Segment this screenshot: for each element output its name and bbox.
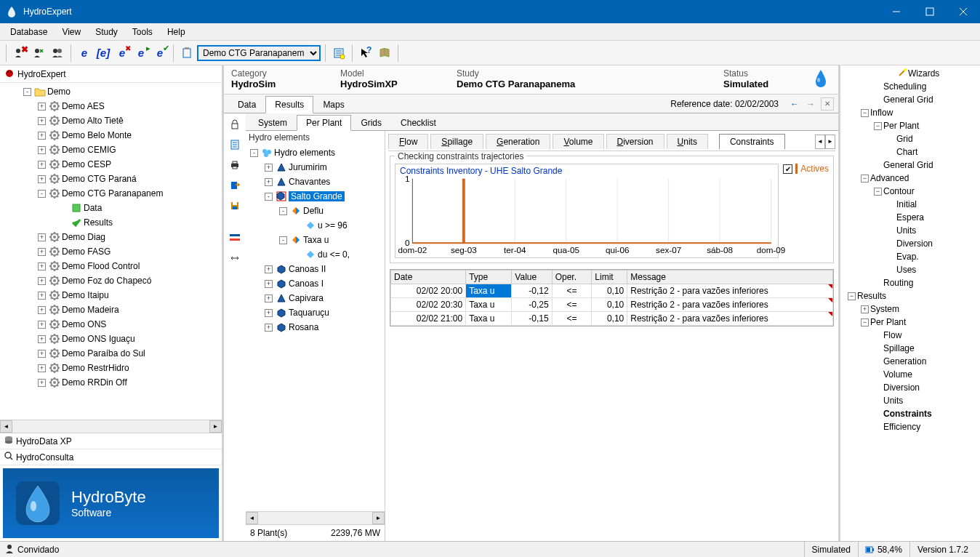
plant-tree-item[interactable]: du <= 0, xyxy=(247,247,383,262)
tab-data[interactable]: Data xyxy=(228,96,265,113)
menu-database[interactable]: Database xyxy=(3,25,55,39)
expand-toggle-icon[interactable]: − xyxy=(874,122,882,130)
subtab-system[interactable]: System xyxy=(249,115,297,131)
nav-tree-item[interactable]: +System xyxy=(842,302,979,316)
expand-toggle-icon[interactable]: + xyxy=(38,263,46,271)
save-icon[interactable] xyxy=(227,198,243,214)
nav-tree-item[interactable]: −Results xyxy=(842,289,979,302)
menu-view[interactable]: View xyxy=(55,25,88,39)
users-icon[interactable] xyxy=(49,44,66,62)
scroll-right-icon[interactable]: ► xyxy=(209,420,222,433)
e-delete-icon[interactable]: e✖ xyxy=(113,44,131,62)
tree-item[interactable]: +Demo Itaipu xyxy=(1,288,220,302)
nav-tree-item[interactable]: Diversion xyxy=(842,237,979,250)
help-pointer-icon[interactable]: ? xyxy=(357,44,374,62)
plant-tree-item[interactable]: -Salto Grande xyxy=(247,189,383,204)
study-selector[interactable]: Demo CTG Paranapanem xyxy=(197,45,321,61)
cattab-spillage[interactable]: Spillage xyxy=(430,134,483,149)
expand-toggle-icon[interactable]: + xyxy=(38,364,46,372)
expand-toggle-icon[interactable]: + xyxy=(38,103,46,111)
nav-tree-item[interactable]: Constraints xyxy=(842,407,979,420)
tree-hscrollbar[interactable]: ◄ ► xyxy=(0,420,222,433)
nav-tree-item[interactable]: Diversion xyxy=(842,381,979,394)
expand-toggle-icon[interactable]: + xyxy=(38,146,46,154)
tree-item[interactable]: +Demo CEMIG xyxy=(1,143,220,157)
expand-toggle-icon[interactable]: + xyxy=(38,321,46,329)
tree-item[interactable]: +Demo FASG xyxy=(1,244,220,259)
nav-tree-item[interactable]: Initial xyxy=(842,198,979,211)
tree-item[interactable]: +Demo Flood Control xyxy=(1,259,220,273)
expand-toggle-icon[interactable]: + xyxy=(38,350,46,358)
tree-item[interactable]: +Demo CTG Paraná xyxy=(1,172,220,186)
table-row[interactable]: 02/02 20:30Taxa u-0,25<=0,10Restrição 2 … xyxy=(391,298,833,312)
print-icon[interactable] xyxy=(227,157,243,173)
user-remove-icon[interactable] xyxy=(30,44,47,62)
nav-tree-item[interactable]: Routing xyxy=(842,276,979,289)
doc-icon[interactable] xyxy=(227,137,243,153)
cattab-volume[interactable]: Volume xyxy=(553,134,603,149)
book-icon[interactable] xyxy=(376,44,393,62)
nav-back-icon[interactable]: ← xyxy=(787,97,802,111)
expand-toggle-icon[interactable]: + xyxy=(38,248,46,256)
plant-tree-item[interactable]: -Taxa u xyxy=(247,233,383,247)
expand-toggle-icon[interactable]: - xyxy=(38,190,46,198)
expand-toggle-icon[interactable]: + xyxy=(265,164,273,172)
tree-item[interactable]: +Demo RRDin Off xyxy=(1,375,220,390)
plant-tree-item[interactable]: +Taquaruçu xyxy=(247,305,383,320)
tree-item[interactable]: Results xyxy=(1,215,220,230)
table-header[interactable]: Message xyxy=(627,271,833,284)
tab-maps[interactable]: Maps xyxy=(313,96,353,113)
expand-toggle-icon[interactable]: + xyxy=(265,280,273,288)
nav-tree-item[interactable]: −Advanced xyxy=(842,172,979,185)
expand-toggle-icon[interactable]: + xyxy=(38,292,46,300)
plant-tree-item[interactable]: -Deflu xyxy=(247,204,383,218)
plant-tree-item[interactable]: +Jurumirim xyxy=(247,160,383,175)
expand-toggle-icon[interactable]: - xyxy=(279,207,287,215)
expand-toggle-icon[interactable]: + xyxy=(265,178,273,186)
user-add-icon[interactable]: ✖ xyxy=(11,44,28,62)
table-header[interactable]: Value xyxy=(512,271,552,284)
navigator-tree[interactable]: WizardsSchedulingGeneral Grid−Inflow−Per… xyxy=(840,65,980,541)
e-icon[interactable]: e xyxy=(76,44,93,62)
table-header[interactable]: Date xyxy=(391,271,466,284)
tree-item[interactable]: +Demo Foz do Chapecó xyxy=(1,273,220,288)
cattab-diversion[interactable]: Diversion xyxy=(606,134,664,149)
nav-tree-item[interactable]: General Grid xyxy=(842,93,979,106)
nav-tree-item[interactable]: −Inflow xyxy=(842,106,979,119)
scroll-right-icon[interactable]: ► xyxy=(372,512,385,524)
nav-tree-item[interactable]: Generation xyxy=(842,355,979,368)
expand-toggle-icon[interactable]: − xyxy=(848,292,856,300)
nav-tree-item[interactable]: Units xyxy=(842,224,979,237)
cattab-flow[interactable]: Flow xyxy=(388,134,428,149)
subtab-checklist[interactable]: Checklist xyxy=(391,115,446,131)
nav-tree-item[interactable]: Wizards xyxy=(842,67,979,80)
plant-tree-item[interactable]: +Rosana xyxy=(247,320,383,334)
properties-icon[interactable] xyxy=(330,44,348,62)
expand-toggle-icon[interactable]: + xyxy=(38,233,46,241)
nav-tree-item[interactable]: Flow xyxy=(842,329,979,342)
scroll-left-icon[interactable]: ◄ xyxy=(0,420,12,433)
subtab-perplant[interactable]: Per Plant xyxy=(297,115,351,131)
nav-tree-item[interactable]: Volume xyxy=(842,368,979,381)
expand-toggle-icon[interactable]: + xyxy=(38,132,46,140)
expand-toggle-icon[interactable]: - xyxy=(265,193,273,201)
tree-item[interactable]: +Demo ONS Iguaçu xyxy=(1,332,220,346)
cattab-constraints[interactable]: Constraints xyxy=(719,134,785,149)
expand-toggle-icon[interactable]: - xyxy=(23,88,31,96)
scroll-left-icon[interactable]: ◄ xyxy=(246,512,258,524)
minimize-button[interactable] xyxy=(880,0,913,23)
expand-toggle-icon[interactable]: + xyxy=(265,265,273,273)
tab-hydroconsulta[interactable]: HydroConsulta xyxy=(0,449,222,465)
nav-tree-item[interactable]: Evap. xyxy=(842,250,979,263)
table-header[interactable]: Oper. xyxy=(552,271,592,284)
nav-tree-item[interactable]: Spillage xyxy=(842,342,979,355)
nav-tree-item[interactable]: −Per Plant xyxy=(842,119,979,132)
nav-tree-item[interactable]: Chart xyxy=(842,145,979,159)
expand-toggle-icon[interactable]: − xyxy=(861,109,869,117)
menu-help[interactable]: Help xyxy=(160,25,193,39)
tree-item[interactable]: -Demo CTG Paranapanem xyxy=(1,186,220,201)
nav-tree-item[interactable]: −Contour xyxy=(842,185,979,198)
nav-tree-item[interactable]: −Per Plant xyxy=(842,316,979,329)
tab-hydrodata[interactable]: HydroData XP xyxy=(0,433,222,449)
constraints-chart[interactable]: 01dom-02seg-03ter-04qua-05qui-06sex-07sá… xyxy=(395,164,779,258)
